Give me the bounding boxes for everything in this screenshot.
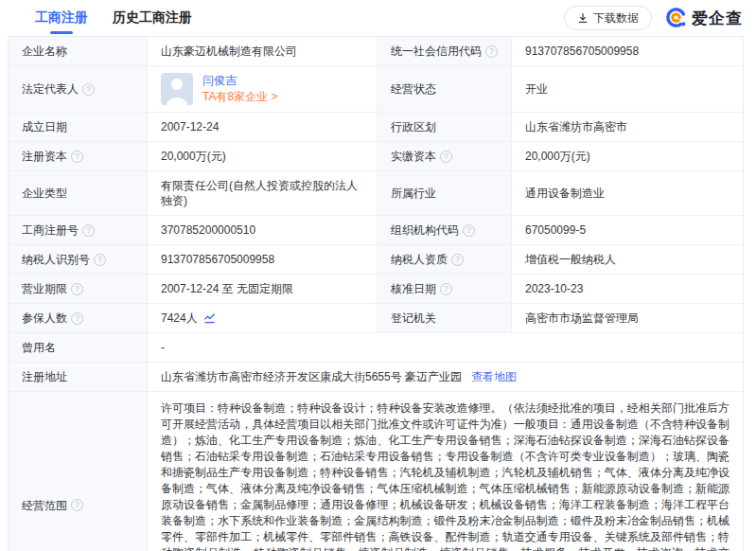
field-label-registered-capital: 注册资本? [9, 142, 148, 170]
field-label-legal-rep: 法定代表人? [9, 66, 148, 112]
help-icon[interactable]: ? [71, 312, 83, 325]
table-row: 营业期限? 2007-12-24 至 无固定期限 核准日期? 2023-10-2… [9, 275, 743, 304]
field-value-company-name: 山东豪迈机械制造有限公司 [148, 37, 378, 65]
field-label-company-name: 企业名称 [9, 37, 148, 65]
field-value-approval-date: 2023-10-23 [512, 275, 743, 303]
field-value-admin-region: 山东省潍坊市高密市 [512, 113, 743, 141]
field-label-status: 经营状态 [378, 66, 512, 112]
legal-rep-companies-link[interactable]: TA有8家企业 > [202, 90, 277, 104]
field-label-industry: 所属行业 [378, 171, 512, 215]
field-value-registration-no: 370785200000510 [148, 216, 378, 244]
field-value-legal-rep: 闫俊吉 TA有8家企业 > [148, 66, 378, 112]
field-label-former-name: 曾用名 [9, 333, 148, 362]
trend-chart-icon[interactable] [203, 312, 216, 324]
field-label-credit-code: 统一社会信用代码? [378, 37, 512, 65]
field-label-registration-no: 工商注册号? [9, 216, 148, 244]
table-row: 企业类型 有限责任公司(自然人投资或控股的法人独资) 所属行业 通用设备制造业 [9, 171, 743, 216]
field-label-registered-address: 注册地址 [9, 363, 148, 391]
table-row: 企业名称 山东豪迈机械制造有限公司 统一社会信用代码? 913707856705… [9, 37, 743, 66]
field-value-industry: 通用设备制造业 [512, 171, 743, 215]
business-registration-table: 企业名称 山东豪迈机械制造有限公司 统一社会信用代码? 913707856705… [8, 36, 744, 551]
field-label-taxpayer-id: 纳税人识别号? [9, 245, 148, 274]
table-row: 曾用名 - [9, 333, 743, 363]
field-value-established-date: 2007-12-24 [148, 113, 378, 141]
table-row: 纳税人识别号? 913707856705009958 纳税人资质? 增值税一般纳… [9, 245, 743, 275]
help-icon[interactable]: ? [71, 499, 83, 511]
help-icon[interactable]: ? [94, 254, 106, 266]
legal-rep-avatar[interactable] [161, 73, 193, 105]
field-value-business-term: 2007-12-24 至 无固定期限 [148, 275, 378, 303]
download-icon [577, 12, 589, 24]
help-icon[interactable]: ? [440, 283, 452, 295]
field-value-former-name: - [148, 333, 743, 362]
field-value-credit-code: 913707856705009958 [512, 37, 743, 65]
table-row: 注册资本? 20,000万(元) 实缴资本? 20,000万(元) [9, 142, 743, 171]
help-icon[interactable]: ? [440, 151, 452, 163]
aiqicha-logo[interactable]: 爱企查 [665, 7, 743, 29]
help-icon[interactable]: ? [71, 151, 83, 163]
table-row: 参保人数? 7424人 登记机关 高密市市场监督管理局 [9, 304, 743, 333]
field-label-taxpayer-quality: 纳税人资质? [378, 245, 512, 274]
field-label-business-term: 营业期限? [9, 275, 148, 303]
legal-rep-name-link[interactable]: 闫俊吉 [202, 74, 277, 88]
table-row: 经营范围? 许可项目：特种设备制造；特种设备设计；特种设备安装改造修理。（依法须… [9, 392, 743, 551]
field-value-business-scope: 许可项目：特种设备制造；特种设备设计；特种设备安装改造修理。（依法须经批准的项目… [148, 392, 743, 551]
field-label-company-type: 企业类型 [9, 171, 148, 215]
aiqicha-q-icon [665, 7, 688, 29]
help-icon[interactable]: ? [71, 283, 83, 295]
table-row: 注册地址 山东省潍坊市高密市经济开发区康成大街5655号 豪迈产业园 查看地图 [9, 363, 743, 392]
field-value-company-type: 有限责任公司(自然人投资或控股的法人独资) [148, 171, 378, 215]
field-label-org-code: 组织机构代码? [378, 216, 512, 244]
field-label-paid-capital: 实缴资本? [378, 142, 512, 170]
header-actions: 下载数据 爱企查 [564, 6, 743, 30]
field-value-paid-capital: 20,000万(元) [512, 142, 743, 170]
field-value-registered-address: 山东省潍坊市高密市经济开发区康成大街5655号 豪迈产业园 查看地图 [148, 363, 743, 391]
business-scope-text: 许可项目：特种设备制造；特种设备设计；特种设备安装改造修理。（依法须经批准的项目… [161, 401, 730, 551]
field-value-taxpayer-id: 913707856705009958 [148, 245, 378, 274]
field-label-registration-authority: 登记机关 [378, 304, 512, 332]
tab-history-registration[interactable]: 历史工商注册 [113, 1, 192, 36]
field-label-insured-count: 参保人数? [9, 304, 148, 332]
field-label-established-date: 成立日期 [9, 113, 148, 141]
view-map-link[interactable]: 查看地图 [471, 369, 517, 384]
help-icon[interactable]: ? [485, 45, 498, 58]
field-value-status: 开业 [512, 66, 743, 112]
help-icon[interactable]: ? [463, 224, 475, 237]
table-row: 成立日期 2007-12-24 行政区划 山东省潍坊市高密市 [9, 113, 743, 142]
table-row: 法定代表人? 闫俊吉 TA有8家企业 > 经营状态 开业 [9, 66, 743, 113]
field-label-admin-region: 行政区划 [378, 113, 512, 141]
logo-text: 爱企查 [692, 8, 743, 29]
help-icon[interactable]: ? [82, 224, 95, 237]
field-value-org-code: 67050099-5 [512, 216, 743, 244]
field-value-taxpayer-quality: 增值税一般纳税人 [512, 245, 743, 274]
table-row: 工商注册号? 370785200000510 组织机构代码? 67050099-… [9, 216, 743, 245]
field-value-registered-capital: 20,000万(元) [148, 142, 378, 170]
page-header: 工商注册 历史工商注册 下载数据 爱企查 [0, 0, 756, 36]
download-data-button[interactable]: 下载数据 [564, 6, 652, 30]
field-label-approval-date: 核准日期? [378, 275, 512, 303]
help-icon[interactable]: ? [451, 254, 464, 266]
field-label-business-scope: 经营范围? [9, 392, 148, 551]
field-value-registration-authority: 高密市市场监督管理局 [512, 304, 743, 332]
download-label: 下载数据 [593, 10, 639, 27]
help-icon[interactable]: ? [82, 83, 95, 96]
tab-business-registration[interactable]: 工商注册 [35, 1, 88, 36]
tab-bar: 工商注册 历史工商注册 [35, 1, 564, 36]
field-value-insured-count: 7424人 [148, 304, 378, 332]
